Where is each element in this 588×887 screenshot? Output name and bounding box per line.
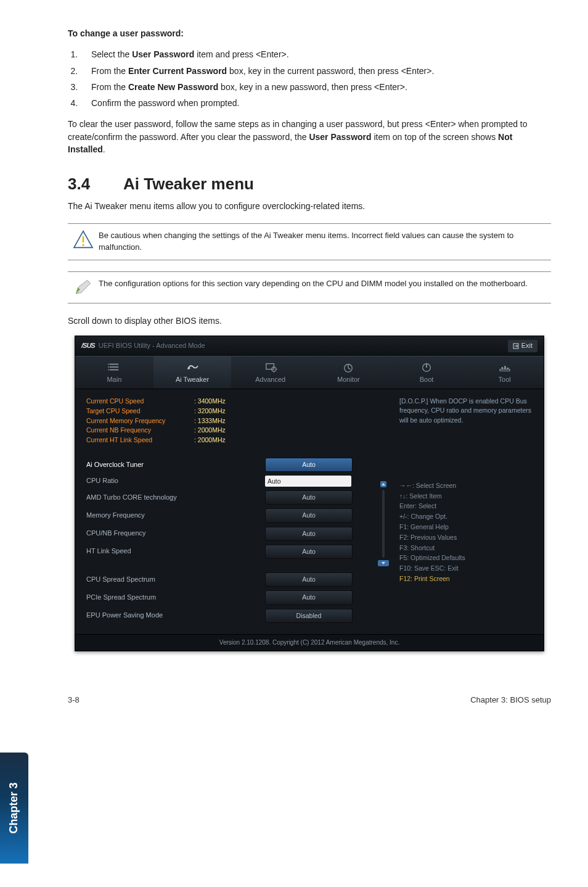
setting-value-dropdown[interactable]: Auto <box>265 508 353 522</box>
step-3: From the Create New Password box, key in… <box>80 81 551 93</box>
help-line: →←: Select Screen <box>399 481 535 491</box>
setting-cpu-spread-spectrum[interactable]: CPU Spread Spectrum Auto <box>86 572 380 587</box>
setting-value-dropdown[interactable]: Disabled <box>265 609 353 623</box>
help-line: F1: General Help <box>399 522 535 532</box>
svg-rect-14 <box>266 364 274 369</box>
step-text: From the <box>91 66 128 76</box>
help-line: F10: Save ESC: Exit <box>399 563 535 574</box>
bios-screenshot: /SUS UEFI BIOS Utility - Advanced Mode E… <box>75 336 544 651</box>
step-text: Select the <box>91 49 132 59</box>
chapter-footer: Chapter 3: BIOS setup <box>470 695 551 706</box>
caution-note: Be cautious when changing the settings o… <box>68 223 551 260</box>
tab-label: Ai Tweaker <box>176 376 209 383</box>
info-value: : 3400MHz <box>194 397 226 405</box>
info-label: Current NB Frequency <box>86 426 194 435</box>
tab-tool[interactable]: Tool <box>465 357 544 389</box>
paragraph-bold: User Password <box>309 132 371 142</box>
setting-label: EPU Power Saving Mode <box>86 611 265 621</box>
svg-point-13 <box>188 367 190 369</box>
step-2: From the Enter Current Password box, key… <box>80 65 551 77</box>
section-number: 3.4 <box>68 173 123 196</box>
step-bold: Create New Password <box>128 82 218 92</box>
clear-password-paragraph: To clear the user password, follow the s… <box>68 118 551 155</box>
cpu-info-block: Current CPU Speed: 3400MHz Target CPU Sp… <box>86 397 387 445</box>
help-line: F12: Print Screen <box>399 574 535 584</box>
pencil-icon <box>68 278 99 297</box>
setting-cpu-nb-frequency[interactable]: CPU/NB Frequency Auto <box>86 527 380 541</box>
setting-value-dropdown[interactable]: Auto <box>265 590 353 604</box>
bios-tabs: Main Ai Tweaker Advanced Monitor Boot To… <box>75 356 544 389</box>
bios-footer: Version 2.10.1208. Copyright (C) 2012 Am… <box>75 634 544 651</box>
setting-ai-overclock-tuner[interactable]: Ai Overclock Tuner Auto <box>86 458 380 472</box>
setting-value-dropdown[interactable]: Auto <box>265 458 353 472</box>
change-password-heading: To change a user password: <box>68 27 551 39</box>
svg-marker-3 <box>76 280 90 294</box>
bios-utility-title: UEFI BIOS Utility - Advanced Mode <box>99 341 205 351</box>
setting-value-dropdown[interactable]: Auto <box>265 572 353 587</box>
setting-label: CPU Spread Spectrum <box>86 575 265 585</box>
setting-value-dropdown[interactable]: Auto <box>265 545 353 559</box>
tab-advanced[interactable]: Advanced <box>231 357 309 389</box>
step-text: From the <box>91 82 128 92</box>
tab-label: Tool <box>499 376 511 383</box>
svg-line-18 <box>348 368 351 369</box>
help-line: F2: Previous Values <box>399 532 535 543</box>
step-1: Select the User Password item and press … <box>80 48 551 60</box>
svg-point-11 <box>108 366 109 368</box>
step-bold: User Password <box>132 49 194 59</box>
info-note: The configuration options for this secti… <box>68 271 551 303</box>
scrollbar[interactable] <box>380 454 387 566</box>
exit-button[interactable]: Exit <box>508 340 537 352</box>
scroll-track[interactable] <box>382 490 385 558</box>
setting-value-dropdown[interactable]: Auto <box>265 527 353 541</box>
caution-text: Be cautious when changing the settings o… <box>99 230 551 254</box>
caution-icon <box>68 230 99 249</box>
svg-rect-24 <box>507 368 508 369</box>
tab-label: Monitor <box>337 376 360 383</box>
steps-list: Select the User Password item and press … <box>68 48 551 109</box>
setting-value-dropdown[interactable]: Auto <box>265 490 353 505</box>
tab-boot[interactable]: Boot <box>388 357 466 389</box>
section-heading: 3.4Ai Tweaker menu <box>68 173 551 196</box>
setting-ht-link-speed[interactable]: HT Link Speed Auto <box>86 545 380 559</box>
tab-label: Advanced <box>255 376 285 383</box>
tab-main[interactable]: Main <box>75 357 153 389</box>
setting-memory-frequency[interactable]: Memory Frequency Auto <box>86 508 380 522</box>
help-line: F5: Optimized Defaults <box>399 553 535 563</box>
bios-logo: /SUS <box>81 341 95 351</box>
setting-value-input[interactable] <box>265 476 351 487</box>
setting-amd-turbo-core[interactable]: AMD Turbo CORE technology Auto <box>86 490 380 505</box>
exit-icon <box>513 343 519 349</box>
setting-description: [D.O.C.P.] When DOCP is enabled CPU Bus … <box>399 397 535 425</box>
setting-epu-power-saving[interactable]: EPU Power Saving Mode Disabled <box>86 609 380 623</box>
boot-icon <box>420 361 433 373</box>
setting-label: Memory Frequency <box>86 511 265 521</box>
tweaker-icon <box>186 361 199 373</box>
step-4: Confirm the password when prompted. <box>80 97 551 109</box>
tool-icon <box>498 361 512 373</box>
monitor-icon <box>341 361 355 373</box>
info-label: Current HT Link Speed <box>86 435 194 445</box>
tab-monitor[interactable]: Monitor <box>309 357 388 389</box>
info-text: The configuration options for this secti… <box>99 278 551 290</box>
setting-pcie-spread-spectrum[interactable]: PCIe Spread Spectrum Auto <box>86 590 380 604</box>
paragraph-text: item on top of the screen shows <box>372 132 498 142</box>
help-line: Enter: Select <box>399 501 535 511</box>
svg-point-10 <box>108 364 109 365</box>
help-line: +/-: Change Opt. <box>399 511 535 522</box>
setting-label: CPU/NB Frequency <box>86 529 265 538</box>
list-icon <box>107 361 121 373</box>
svg-point-12 <box>108 369 109 371</box>
setting-cpu-ratio[interactable]: CPU Ratio <box>86 476 380 487</box>
setting-label: CPU Ratio <box>86 476 265 486</box>
section-title: Ai Tweaker menu <box>123 175 254 193</box>
step-text: box, key in a new password, then press <… <box>218 82 407 92</box>
info-value: : 2000MHz <box>194 436 226 444</box>
bios-titlebar: /SUS UEFI BIOS Utility - Advanced Mode E… <box>75 336 544 356</box>
info-label: Current Memory Frequency <box>86 416 194 426</box>
exit-label: Exit <box>521 341 533 351</box>
tab-ai-tweaker[interactable]: Ai Tweaker <box>153 357 232 389</box>
step-bold: Enter Current Password <box>128 66 227 76</box>
scroll-up-icon[interactable] <box>380 481 386 487</box>
scroll-down-icon[interactable] <box>378 560 389 566</box>
